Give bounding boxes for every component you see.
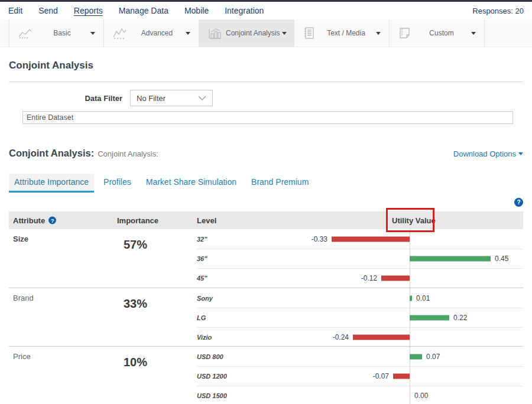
nav-item-mobile[interactable]: Mobile xyxy=(184,6,209,15)
attribute-group-brand: Brand33%Sony0.01LG0.22Vizio-0.24 xyxy=(9,288,523,346)
tab-market-share-simulation[interactable]: Market Share Simulation xyxy=(141,174,242,193)
level-label: LG xyxy=(197,314,206,321)
utility-value-label: 0.07 xyxy=(426,353,440,361)
caret-down-icon xyxy=(90,32,95,35)
bar-chart-icon xyxy=(207,27,222,40)
utility-bar-negative xyxy=(381,275,410,281)
caret-down-icon xyxy=(471,32,476,35)
toolbar-item-custom[interactable]: Custom xyxy=(390,19,485,47)
utility-value-label: 0.22 xyxy=(453,314,467,322)
level-label: 45" xyxy=(197,275,207,282)
custom-page-icon xyxy=(398,27,411,40)
utility-bar-negative xyxy=(353,334,410,340)
header-level: Level xyxy=(197,216,216,225)
toolbar-item-advanced[interactable]: Advanced xyxy=(104,19,199,47)
toolbar-item-label: Advanced xyxy=(131,29,183,37)
level-label: USD 800 xyxy=(197,353,223,360)
utility-value-label: 0.00 xyxy=(414,392,428,400)
nav-item-edit[interactable]: Edit xyxy=(8,6,22,15)
tab-attribute-importance[interactable]: Attribute Importance xyxy=(9,174,94,193)
nav-item-send[interactable]: Send xyxy=(38,6,58,15)
page-content: Conjoint Analysis Data Filter No Filter … xyxy=(0,60,532,404)
row-separator xyxy=(197,268,523,269)
row-separator xyxy=(197,308,523,308)
caret-down-icon xyxy=(518,152,523,155)
toolbar-item-conjoint-analysis[interactable]: Conjoint Analysis xyxy=(199,19,294,47)
level-label: 36" xyxy=(197,255,207,262)
caret-down-icon xyxy=(282,32,287,35)
utility-value-label: -0.12 xyxy=(361,274,377,282)
toolbar-item-basic[interactable]: Basic xyxy=(9,19,104,47)
nav-item-integration[interactable]: Integration xyxy=(225,6,264,15)
header-utility-value: Utility Value xyxy=(392,216,436,225)
title-divider xyxy=(9,82,523,82)
conjoint-table: Attribute ? Importance Level Utility Val… xyxy=(9,211,523,404)
report-heading-subtitle: Conjoint Analysis: xyxy=(98,149,158,158)
report-type-toolbar: BasicAdvancedConjoint AnalysisText / Med… xyxy=(0,19,532,47)
header-attribute: Attribute ? xyxy=(13,216,56,225)
utility-value-label: -0.33 xyxy=(312,235,327,243)
help-icon[interactable]: ? xyxy=(514,198,523,207)
utility-value-label: -0.24 xyxy=(333,333,349,341)
attribute-help-icon[interactable]: ? xyxy=(48,217,56,224)
caret-down-icon xyxy=(186,32,190,35)
level-label: 32" xyxy=(197,236,207,243)
toolbar-item-label: Basic xyxy=(36,29,88,37)
caret-down-icon xyxy=(376,32,381,35)
attribute-group-size: Size57%32"-0.3336"0.4545"-0.12 xyxy=(9,229,523,288)
data-filter-row: Data Filter No Filter xyxy=(9,90,523,106)
level-row: 36"0.45 xyxy=(9,249,523,268)
tab-profiles[interactable]: Profiles xyxy=(98,174,137,193)
utility-bar-positive xyxy=(410,315,449,320)
toolbar-item-label: Text / Media xyxy=(319,29,374,37)
row-separator xyxy=(197,249,523,249)
level-row: LG0.22 xyxy=(9,308,523,327)
utility-bar-negative xyxy=(332,236,410,242)
chevron-down-icon xyxy=(198,96,206,101)
nav-item-manage-data[interactable]: Manage Data xyxy=(119,6,168,15)
utility-bar-negative xyxy=(393,373,410,379)
level-row: USD 15000.00 xyxy=(9,386,523,404)
nav-item-reports[interactable]: Reports xyxy=(74,6,103,15)
nav-items: EditSendReportsManage DataMobileIntegrat… xyxy=(8,6,280,15)
responses-count: Responses: 20 xyxy=(472,6,524,15)
download-options-button[interactable]: Download Options xyxy=(453,149,523,158)
page-title: Conjoint Analysis xyxy=(9,60,523,71)
utility-value-label: 0.45 xyxy=(495,255,508,263)
row-separator xyxy=(197,327,523,328)
row-separator xyxy=(197,366,523,367)
level-row: 32"-0.33 xyxy=(9,229,523,249)
download-options-label: Download Options xyxy=(453,149,516,158)
report-tabs: Attribute ImportanceProfilesMarket Share… xyxy=(9,174,523,193)
toolbar-item-text-media[interactable]: Text / Media xyxy=(294,19,390,47)
utility-value-label: 0.01 xyxy=(416,294,430,302)
attribute-group-price: Price10%USD 8000.07USD 1200-0.07USD 1500… xyxy=(9,346,523,404)
table-header: Attribute ? Importance Level Utility Val… xyxy=(9,211,523,229)
level-row: Sony0.01 xyxy=(9,288,523,308)
level-row: 45"-0.12 xyxy=(9,268,523,288)
report-heading: Conjoint Analysis:Conjoint Analysis: xyxy=(9,148,158,159)
utility-bar-positive xyxy=(410,295,412,301)
document-icon xyxy=(303,27,315,40)
utility-bar-positive xyxy=(410,256,491,261)
toolbar-item-label: Conjoint Analysis xyxy=(226,29,280,37)
level-label: Sony xyxy=(197,295,213,302)
tab-brand-premium[interactable]: Brand Premium xyxy=(246,174,314,193)
help-row: ? xyxy=(9,198,523,207)
line-chart-icon xyxy=(18,27,33,40)
report-heading-title: Conjoint Analysis: xyxy=(9,148,94,158)
top-navigation: EditSendReportsManage DataMobileIntegrat… xyxy=(0,0,532,19)
utility-value-label: -0.07 xyxy=(373,372,389,380)
level-row: USD 1200-0.07 xyxy=(9,366,523,386)
scatter-line-chart-icon xyxy=(112,27,127,40)
data-filter-selected-value: No Filter xyxy=(137,94,166,103)
level-label: Vizio xyxy=(197,334,212,341)
level-label: USD 1200 xyxy=(197,373,227,380)
header-importance: Importance xyxy=(117,216,158,225)
data-filter-label: Data Filter xyxy=(9,94,130,103)
utility-bar-positive xyxy=(410,354,422,359)
row-separator xyxy=(197,386,523,386)
dataset-input[interactable] xyxy=(22,111,513,124)
toolbar-item-label: Custom xyxy=(414,29,469,37)
data-filter-select[interactable]: No Filter xyxy=(130,90,213,106)
